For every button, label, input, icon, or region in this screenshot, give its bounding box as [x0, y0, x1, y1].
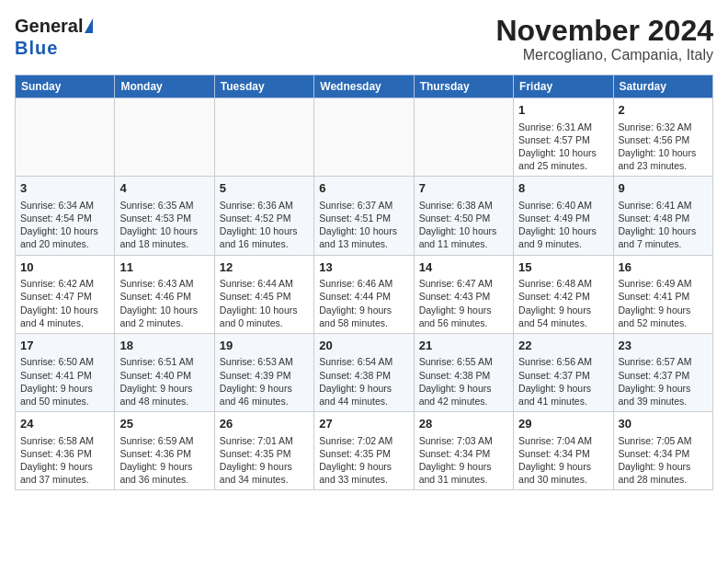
- day-info: Daylight: 9 hours and 44 minutes.: [319, 382, 408, 408]
- day-info: Daylight: 9 hours and 37 minutes.: [20, 460, 109, 486]
- day-number: 22: [518, 338, 608, 354]
- calendar-cell: 14Sunrise: 6:47 AMSunset: 4:43 PMDayligh…: [414, 255, 513, 333]
- day-info: Sunset: 4:44 PM: [319, 290, 408, 303]
- day-info: Daylight: 10 hours and 16 minutes.: [220, 224, 309, 250]
- day-info: Sunset: 4:37 PM: [619, 369, 708, 382]
- calendar-cell: 2Sunrise: 6:32 AMSunset: 4:56 PMDaylight…: [613, 98, 712, 177]
- day-info: Daylight: 10 hours and 9 minutes.: [518, 224, 608, 250]
- day-info: Sunset: 4:43 PM: [419, 290, 508, 303]
- logo-general-text: General: [15, 15, 83, 37]
- calendar-cell: 16Sunrise: 6:49 AMSunset: 4:41 PMDayligh…: [613, 255, 712, 333]
- calendar-cell: 30Sunrise: 7:05 AMSunset: 4:34 PMDayligh…: [613, 412, 712, 490]
- calendar-header-wednesday: Wednesday: [314, 75, 414, 98]
- calendar-header-monday: Monday: [115, 75, 214, 98]
- calendar-cell: 7Sunrise: 6:38 AMSunset: 4:50 PMDaylight…: [414, 177, 513, 255]
- day-info: Daylight: 10 hours and 7 minutes.: [619, 224, 708, 250]
- day-info: Daylight: 9 hours and 46 minutes.: [220, 382, 309, 408]
- day-info: Daylight: 10 hours and 20 minutes.: [20, 224, 109, 250]
- calendar-cell: 12Sunrise: 6:44 AMSunset: 4:45 PMDayligh…: [214, 255, 313, 333]
- calendar-week-row: 17Sunrise: 6:50 AMSunset: 4:41 PMDayligh…: [16, 333, 713, 411]
- day-info: Sunrise: 6:59 AM: [119, 434, 209, 447]
- calendar-cell: 5Sunrise: 6:36 AMSunset: 4:52 PMDaylight…: [214, 177, 313, 255]
- day-info: Daylight: 9 hours and 28 minutes.: [619, 460, 708, 486]
- day-info: Sunset: 4:39 PM: [220, 369, 309, 382]
- day-info: Sunrise: 6:46 AM: [319, 277, 408, 290]
- day-number: 6: [319, 180, 408, 197]
- day-info: Daylight: 9 hours and 30 minutes.: [518, 460, 608, 486]
- calendar-header-row: SundayMondayTuesdayWednesdayThursdayFrid…: [16, 75, 713, 98]
- day-number: 25: [119, 416, 209, 432]
- calendar-cell: 28Sunrise: 7:03 AMSunset: 4:34 PMDayligh…: [414, 412, 513, 490]
- day-number: 5: [220, 180, 309, 197]
- day-number: 2: [619, 102, 708, 119]
- day-info: Sunset: 4:49 PM: [518, 212, 608, 224]
- day-number: 24: [20, 416, 109, 432]
- day-info: Sunset: 4:52 PM: [220, 212, 309, 224]
- page-subtitle: Mercogliano, Campania, Italy: [495, 47, 713, 63]
- calendar-header-sunday: Sunday: [16, 75, 115, 98]
- logo-blue-text: Blue: [15, 37, 93, 59]
- calendar-cell: 3Sunrise: 6:34 AMSunset: 4:54 PMDaylight…: [16, 177, 115, 255]
- day-number: 3: [20, 180, 109, 197]
- day-number: 17: [20, 338, 109, 354]
- calendar-cell: 23Sunrise: 6:57 AMSunset: 4:37 PMDayligh…: [613, 333, 712, 411]
- calendar-cell: 4Sunrise: 6:35 AMSunset: 4:53 PMDaylight…: [115, 177, 214, 255]
- day-info: Sunset: 4:41 PM: [619, 290, 708, 303]
- calendar-cell: 11Sunrise: 6:43 AMSunset: 4:46 PMDayligh…: [115, 255, 214, 333]
- calendar-cell: [414, 98, 513, 177]
- day-info: Sunset: 4:50 PM: [419, 212, 508, 224]
- day-info: Daylight: 10 hours and 4 minutes.: [20, 304, 109, 329]
- calendar-cell: 21Sunrise: 6:55 AMSunset: 4:38 PMDayligh…: [414, 333, 513, 411]
- day-number: 19: [220, 338, 309, 354]
- day-info: Sunrise: 6:40 AM: [518, 199, 608, 212]
- day-info: Sunset: 4:53 PM: [119, 212, 209, 224]
- day-info: Sunrise: 6:49 AM: [619, 277, 708, 290]
- day-info: Daylight: 9 hours and 33 minutes.: [319, 460, 408, 486]
- day-number: 27: [319, 416, 408, 432]
- day-info: Daylight: 9 hours and 39 minutes.: [619, 382, 708, 408]
- calendar-cell: 19Sunrise: 6:53 AMSunset: 4:39 PMDayligh…: [214, 333, 313, 411]
- calendar-week-row: 3Sunrise: 6:34 AMSunset: 4:54 PMDaylight…: [16, 177, 713, 255]
- day-info: Sunrise: 6:47 AM: [419, 277, 508, 290]
- day-info: Daylight: 9 hours and 42 minutes.: [419, 382, 508, 408]
- day-info: Sunset: 4:48 PM: [619, 212, 708, 224]
- day-info: Sunrise: 7:05 AM: [619, 434, 708, 447]
- day-info: Daylight: 9 hours and 48 minutes.: [119, 382, 209, 408]
- calendar-cell: 27Sunrise: 7:02 AMSunset: 4:35 PMDayligh…: [314, 412, 414, 490]
- calendar-cell: 10Sunrise: 6:42 AMSunset: 4:47 PMDayligh…: [16, 255, 115, 333]
- day-info: Sunrise: 6:34 AM: [20, 199, 109, 212]
- calendar-week-row: 1Sunrise: 6:31 AMSunset: 4:57 PMDaylight…: [16, 98, 713, 177]
- day-info: Sunset: 4:40 PM: [119, 369, 209, 382]
- day-info: Sunrise: 6:41 AM: [619, 199, 708, 212]
- calendar-cell: 9Sunrise: 6:41 AMSunset: 4:48 PMDaylight…: [613, 177, 712, 255]
- day-info: Sunset: 4:57 PM: [518, 133, 608, 146]
- day-number: 8: [518, 180, 608, 197]
- day-info: Sunset: 4:34 PM: [619, 447, 708, 460]
- day-number: 20: [319, 338, 408, 354]
- day-info: Daylight: 10 hours and 25 minutes.: [518, 146, 608, 172]
- calendar-cell: 24Sunrise: 6:58 AMSunset: 4:36 PMDayligh…: [16, 412, 115, 490]
- page-title: November 2024: [495, 15, 713, 47]
- day-info: Sunset: 4:54 PM: [20, 212, 109, 224]
- day-info: Sunrise: 6:36 AM: [220, 199, 309, 212]
- day-info: Daylight: 9 hours and 31 minutes.: [419, 460, 508, 486]
- day-number: 13: [319, 259, 408, 276]
- day-info: Sunset: 4:35 PM: [220, 447, 309, 460]
- calendar-cell: [16, 98, 115, 177]
- day-info: Daylight: 10 hours and 0 minutes.: [220, 304, 309, 329]
- day-info: Daylight: 10 hours and 18 minutes.: [119, 224, 209, 250]
- day-info: Sunset: 4:36 PM: [119, 447, 209, 460]
- day-info: Sunrise: 7:03 AM: [419, 434, 508, 447]
- calendar-cell: [314, 98, 414, 177]
- day-number: 23: [619, 338, 708, 354]
- day-info: Sunset: 4:51 PM: [319, 212, 408, 224]
- day-info: Daylight: 9 hours and 34 minutes.: [220, 460, 309, 486]
- day-number: 14: [419, 259, 508, 276]
- calendar-cell: 15Sunrise: 6:48 AMSunset: 4:42 PMDayligh…: [514, 255, 613, 333]
- day-info: Sunrise: 6:32 AM: [619, 121, 708, 133]
- day-info: Sunset: 4:38 PM: [319, 369, 408, 382]
- calendar-cell: 25Sunrise: 6:59 AMSunset: 4:36 PMDayligh…: [115, 412, 214, 490]
- day-number: 15: [518, 259, 608, 276]
- day-info: Sunset: 4:34 PM: [518, 447, 608, 460]
- day-info: Sunset: 4:47 PM: [20, 290, 109, 303]
